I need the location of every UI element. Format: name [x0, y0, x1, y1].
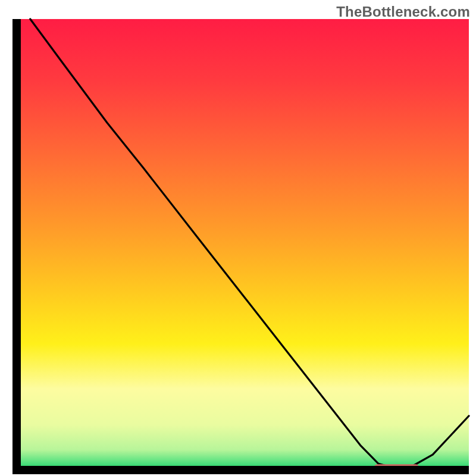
watermark-text: TheBottleneck.com	[336, 4, 470, 20]
chart-container: { "watermark": "TheBottleneck.com", "cha…	[0, 0, 476, 476]
bottleneck-chart	[0, 0, 476, 476]
plot-background	[17, 19, 469, 470]
